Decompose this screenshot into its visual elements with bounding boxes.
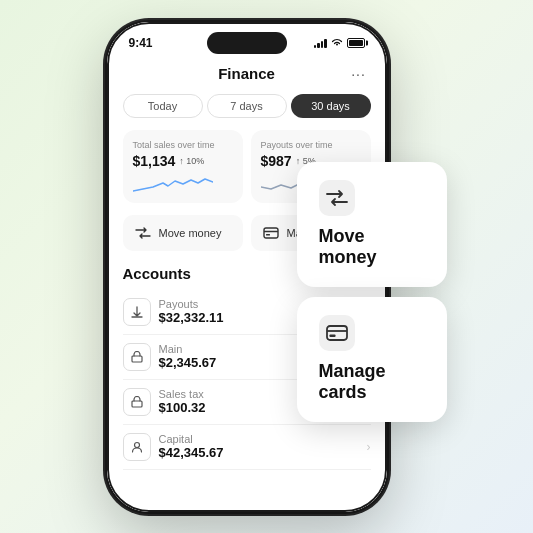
move-money-button[interactable]: Move money [123, 215, 243, 251]
floating-card-manage-cards-icon [319, 315, 355, 351]
manage-cards-icon [261, 223, 281, 243]
stat-label-payouts: Payouts over time [261, 140, 361, 150]
svg-point-6 [134, 442, 139, 447]
svg-rect-7 [327, 326, 347, 340]
stat-card-sales: Total sales over time $1,134 ↑ 10% [123, 130, 243, 203]
floating-card-move-money-label: Move money [319, 226, 425, 269]
svg-rect-9 [329, 334, 335, 337]
floating-cards: Move money Manage cards [297, 162, 447, 422]
tab-30days[interactable]: 30 days [291, 94, 371, 118]
stat-value-sales: $1,134 [133, 153, 176, 169]
status-icons [314, 37, 365, 49]
stat-value-payouts: $987 [261, 153, 292, 169]
battery-icon [347, 38, 365, 48]
svg-rect-5 [132, 401, 142, 407]
svg-rect-2 [266, 234, 270, 236]
stat-change-sales: ↑ 10% [179, 156, 204, 166]
svg-rect-0 [264, 228, 278, 238]
sparkline-sales [133, 173, 233, 195]
app-header: Finance ··· [123, 54, 371, 94]
account-name-capital: Capital [159, 433, 367, 445]
account-icon-main [123, 343, 151, 371]
floating-card-manage-cards[interactable]: Manage cards [297, 297, 447, 422]
floating-card-move-money-icon [319, 180, 355, 216]
floating-card-manage-cards-label: Manage cards [319, 361, 425, 404]
phone-wrapper: 9:41 [107, 22, 427, 512]
account-icon-capital [123, 433, 151, 461]
tab-bar: Today 7 days 30 days [123, 94, 371, 118]
more-button[interactable]: ··· [347, 62, 371, 86]
floating-card-move-money[interactable]: Move money [297, 162, 447, 287]
move-money-icon [133, 223, 153, 243]
account-icon-payouts [123, 298, 151, 326]
tab-today[interactable]: Today [123, 94, 203, 118]
account-item-capital[interactable]: Capital $42,345.67 › [123, 425, 371, 470]
dynamic-island [207, 32, 287, 54]
signal-bars-icon [314, 38, 327, 48]
svg-rect-4 [132, 356, 142, 362]
app-title: Finance [147, 65, 347, 82]
account-amount-capital: $42,345.67 [159, 445, 367, 460]
account-icon-salestax [123, 388, 151, 416]
stat-label-sales: Total sales over time [133, 140, 233, 150]
status-time: 9:41 [129, 36, 153, 50]
wifi-icon [331, 37, 343, 49]
tab-7days[interactable]: 7 days [207, 94, 287, 118]
move-money-label: Move money [159, 227, 222, 239]
account-chevron-capital: › [367, 440, 371, 454]
